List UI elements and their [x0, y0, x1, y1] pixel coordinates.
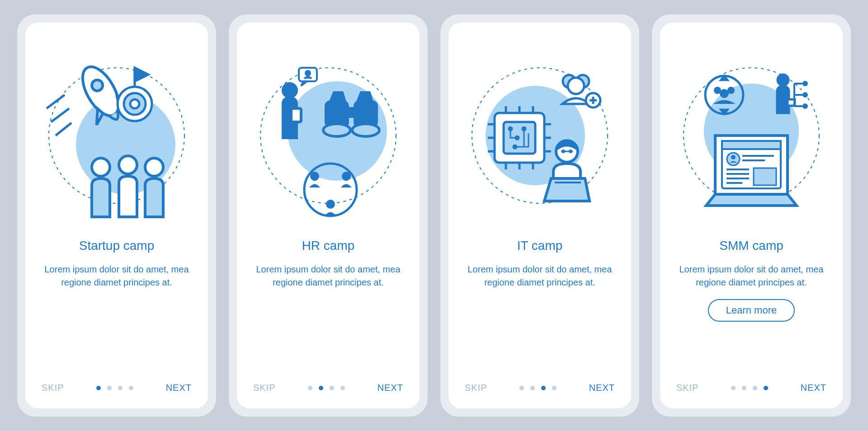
page-indicator	[308, 386, 345, 390]
screen-title: IT camp	[517, 239, 563, 253]
screen-description: Lorem ipsum dolor sit do amet, mea regio…	[253, 263, 403, 289]
startup-icon	[44, 41, 189, 230]
screen-title: Startup camp	[79, 239, 155, 253]
svg-point-22	[323, 124, 350, 136]
svg-rect-24	[344, 108, 359, 117]
dot	[764, 386, 768, 390]
screen-description: Lorem ipsum dolor sit do amet, mea regio…	[465, 263, 615, 289]
skip-button[interactable]: SKIP	[253, 383, 276, 393]
onboarding-screen-4: SMM camp Lorem ipsum dolor sit do amet, …	[660, 23, 843, 408]
onboarding-screen-1: Startup camp Lorem ipsum dolor sit do am…	[25, 23, 208, 408]
screen-description: Lorem ipsum dolor sit do amet, mea regio…	[42, 263, 192, 289]
dot	[330, 386, 334, 390]
next-button[interactable]: NEXT	[589, 383, 615, 393]
svg-point-29	[313, 177, 316, 180]
phone-frame: SMM camp Lorem ipsum dolor sit do amet, …	[652, 14, 851, 417]
onboarding-footer: SKIP NEXT	[42, 383, 192, 393]
dot	[96, 386, 101, 390]
onboarding-footer: SKIP NEXT	[465, 383, 615, 393]
phone-frame: HR camp Lorem ipsum dolor sit do amet, m…	[229, 14, 428, 417]
onboarding-screen-2: HR camp Lorem ipsum dolor sit do amet, m…	[237, 23, 420, 408]
svg-point-67	[720, 89, 729, 98]
skip-button[interactable]: SKIP	[465, 383, 487, 393]
page-indicator	[519, 386, 557, 390]
onboarding-footer: SKIP NEXT	[253, 383, 403, 393]
dot	[530, 386, 535, 390]
svg-point-9	[130, 99, 139, 108]
dot	[118, 386, 123, 390]
next-button[interactable]: NEXT	[377, 383, 403, 393]
dot	[340, 386, 345, 390]
next-button[interactable]: NEXT	[801, 383, 826, 393]
dot	[731, 386, 736, 390]
phone-frame: Startup camp Lorem ipsum dolor sit do am…	[17, 14, 216, 417]
page-indicator	[731, 386, 768, 390]
onboarding-screen-3: IT camp Lorem ipsum dolor sit do amet, m…	[448, 23, 631, 408]
svg-point-73	[803, 93, 807, 97]
svg-line-4	[51, 108, 69, 122]
svg-point-13	[145, 158, 163, 176]
svg-point-49	[523, 127, 525, 130]
screen-description: Lorem ipsum dolor sit do amet, mea regio…	[676, 263, 826, 289]
hr-icon	[256, 41, 401, 230]
onboarding-footer: SKIP NEXT	[676, 383, 826, 393]
dot	[519, 386, 524, 390]
skip-button[interactable]: SKIP	[42, 383, 64, 393]
dot	[753, 386, 757, 390]
svg-rect-61	[555, 182, 581, 183]
svg-point-11	[92, 158, 110, 176]
svg-point-28	[326, 200, 335, 209]
phone-frame: IT camp Lorem ipsum dolor sit do amet, m…	[440, 14, 639, 417]
next-button[interactable]: NEXT	[166, 383, 192, 393]
dot	[552, 386, 557, 390]
svg-point-23	[352, 124, 379, 136]
skip-button[interactable]: SKIP	[676, 383, 699, 393]
dot	[742, 386, 746, 390]
screen-title: HR camp	[302, 239, 355, 253]
dot	[308, 386, 312, 390]
dot	[129, 386, 133, 390]
it-icon	[467, 41, 612, 230]
svg-point-71	[803, 82, 807, 85]
smm-icon	[679, 41, 824, 230]
svg-point-75	[803, 104, 807, 108]
svg-point-16	[283, 84, 297, 97]
svg-point-30	[345, 177, 348, 180]
svg-point-53	[568, 78, 584, 94]
svg-rect-78	[722, 141, 781, 149]
svg-point-19	[306, 71, 310, 75]
dot	[541, 386, 546, 390]
svg-point-68	[778, 75, 788, 85]
page-indicator	[96, 386, 133, 390]
svg-point-12	[119, 156, 137, 174]
svg-rect-17	[291, 108, 301, 122]
svg-point-80	[731, 155, 736, 159]
svg-point-50	[514, 145, 516, 148]
svg-rect-87	[754, 168, 776, 185]
svg-point-47	[509, 127, 512, 130]
svg-line-6	[56, 123, 71, 136]
svg-point-48	[516, 136, 519, 139]
learn-more-button[interactable]: Learn more	[708, 299, 795, 322]
dot	[107, 386, 112, 390]
dot	[319, 386, 323, 390]
screen-title: SMM camp	[719, 239, 783, 253]
